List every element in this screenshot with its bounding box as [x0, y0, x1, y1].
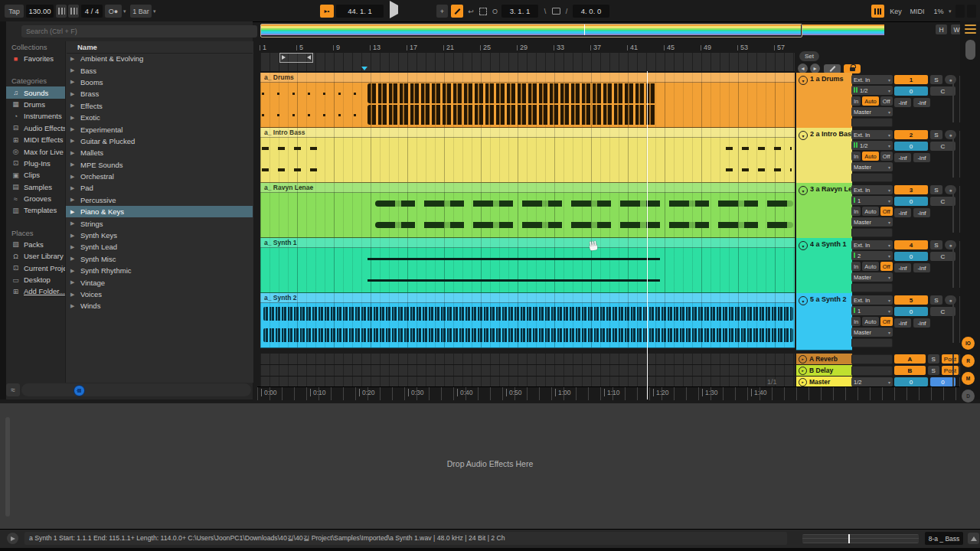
monitor-off-button[interactable]: Off	[880, 96, 893, 106]
loop-length-display[interactable]: 4. 0. 0	[573, 5, 609, 18]
expand-triangle-icon[interactable]: ▶	[70, 103, 77, 109]
folder-row[interactable]: ▶Bass	[66, 64, 253, 76]
clip-title[interactable]: a_ Drums	[260, 73, 795, 83]
monitor-auto-button[interactable]: Auto	[862, 317, 878, 326]
expand-triangle-icon[interactable]: ▶	[70, 185, 77, 191]
computer-midi-keyboard-icon[interactable]	[871, 5, 884, 18]
expand-triangle-icon[interactable]: ▶	[70, 292, 77, 298]
volume-field[interactable]: 0	[894, 142, 928, 151]
add-track-button[interactable]: +	[436, 5, 448, 18]
expand-triangle-icon[interactable]: ▶	[70, 56, 77, 62]
solo-button[interactable]: S	[930, 185, 942, 194]
folder-row[interactable]: ▶Orchestral	[66, 171, 253, 182]
fold-track-icon[interactable]: ▾	[799, 296, 808, 305]
expand-triangle-icon[interactable]: ▶	[70, 244, 77, 250]
overdub-button[interactable]: O	[490, 5, 500, 18]
expand-triangle-icon[interactable]: ▶	[70, 279, 77, 285]
send-b-field[interactable]: -inf	[913, 208, 930, 217]
expand-triangle-icon[interactable]: ▶	[70, 79, 77, 85]
monitor-off-button[interactable]: Off	[880, 207, 893, 216]
send-b-field[interactable]: -inf	[913, 318, 930, 328]
expand-triangle-icon[interactable]: ▶	[70, 303, 77, 309]
input-channel-chooser[interactable]: 1▾	[851, 306, 893, 315]
expand-triangle-icon[interactable]: ▶	[70, 256, 77, 262]
track-header[interactable]: ▾3 a Ravyn Le	[796, 183, 852, 240]
clip-lane[interactable]: a_ Drums	[260, 73, 795, 128]
solo-button[interactable]: S	[930, 295, 942, 305]
sidebar-item-desktop[interactable]: ▭Desktop	[6, 274, 65, 285]
track-header[interactable]: ▾2 a Intro Bas	[796, 128, 852, 185]
track-name[interactable]: 4 a Synth 1	[810, 240, 847, 248]
arrangement-position-display[interactable]: 44. 1. 1	[336, 5, 384, 18]
track-delay-box[interactable]	[851, 228, 893, 237]
quantize-dropdown-icon[interactable]: ▾	[153, 5, 156, 18]
output-chooser[interactable]: Master▾	[851, 328, 893, 337]
cpu-load-meter[interactable]: 1%	[929, 5, 948, 18]
midi-map-button[interactable]: MIDI	[906, 5, 928, 18]
send-a-field[interactable]: -inf	[894, 153, 911, 162]
input-channel-chooser[interactable]: 2▾	[851, 251, 893, 260]
track-activator[interactable]: 4	[894, 240, 928, 249]
mixer-section-toggle-d[interactable]: D	[962, 390, 975, 403]
arrangement-overview[interactable]	[802, 24, 884, 35]
input-type-chooser[interactable]: Ext. In▾	[851, 240, 893, 249]
monitor-off-button[interactable]: Off	[880, 262, 893, 271]
track-delay-box[interactable]	[851, 338, 893, 347]
monitor-auto-button[interactable]: Auto	[862, 96, 878, 106]
expand-triangle-icon[interactable]: ▶	[70, 161, 77, 168]
master-header[interactable]: ▸Master	[796, 377, 852, 387]
return-lane[interactable]	[260, 354, 795, 365]
folder-row[interactable]: ▶Vintage	[66, 276, 253, 288]
groove-dropdown-icon[interactable]: ▾	[123, 5, 126, 18]
fold-track-icon[interactable]: ▸	[799, 355, 807, 364]
crossfader-handle[interactable]	[848, 534, 850, 543]
output-chooser[interactable]: Master▾	[851, 217, 893, 227]
play-button[interactable]	[390, 5, 398, 14]
expand-triangle-icon[interactable]: ▶	[70, 126, 77, 132]
expand-triangle-icon[interactable]: ▶	[70, 268, 77, 274]
expand-triangle-icon[interactable]: ▶	[70, 115, 77, 121]
monitor-in-button[interactable]: In	[851, 207, 861, 216]
overview-view-frame[interactable]	[260, 24, 802, 37]
output-chooser[interactable]: Master▾	[851, 162, 893, 171]
cue-out-chooser[interactable]: 1/2▾	[851, 377, 893, 386]
punch-out-icon[interactable]: /	[562, 5, 571, 18]
return-activator[interactable]: B	[894, 366, 926, 375]
folder-row[interactable]: ▶Voices	[66, 289, 253, 300]
track-activator[interactable]: 2	[894, 130, 928, 139]
input-channel-chooser[interactable]: 1▾	[851, 196, 893, 205]
solo-button[interactable]: S	[930, 75, 942, 84]
monitor-auto-button[interactable]: Auto	[862, 207, 878, 216]
send-b-field[interactable]: -inf	[913, 98, 930, 107]
browser-preview-bar[interactable]	[21, 383, 251, 396]
sidebar-item-sounds[interactable]: ♫Sounds	[6, 86, 65, 98]
input-channel-chooser[interactable]: 1/2▾	[851, 141, 893, 150]
track-activator[interactable]: 1	[894, 75, 928, 84]
key-map-button[interactable]: Key	[887, 5, 905, 18]
expand-triangle-icon[interactable]: ▶	[70, 233, 77, 239]
input-type-chooser[interactable]: Ext. In▾	[851, 130, 893, 139]
vertical-scrollbar[interactable]	[965, 40, 975, 60]
folder-row[interactable]: ▶Percussive	[66, 194, 253, 206]
send-a-field[interactable]: -inf	[894, 208, 911, 217]
volume-field[interactable]: 0	[894, 307, 928, 316]
mixer-section-toggle-r[interactable]: R	[962, 354, 975, 367]
send-b-field[interactable]: -inf	[913, 153, 930, 162]
return-activator[interactable]: A	[894, 354, 926, 364]
fold-track-icon[interactable]: ▾	[799, 76, 808, 85]
sidebar-item-instruments[interactable]: ◔Instruments	[6, 110, 65, 122]
expand-triangle-icon[interactable]: ▶	[70, 138, 77, 144]
phase-nudge-icon[interactable]	[68, 5, 79, 18]
follow-button[interactable]: ▸•	[320, 5, 334, 18]
io-selector[interactable]: 8-a _ Bass	[925, 532, 963, 545]
cpu-dropdown-icon[interactable]: ▾	[949, 5, 952, 18]
groove-amount[interactable]: O●	[105, 5, 122, 18]
folder-row[interactable]: ▶Pad	[66, 182, 253, 194]
expand-triangle-icon[interactable]: ▶	[70, 220, 77, 227]
mixer-section-toggle-m[interactable]: M	[962, 372, 975, 385]
folder-row[interactable]: ▶Winds	[66, 300, 253, 311]
sidebar-item-packs[interactable]: ▧Packs	[6, 239, 65, 250]
show-hide-panel-icon[interactable]	[968, 533, 979, 544]
arranger-options-icon[interactable]	[965, 24, 976, 34]
solo-button[interactable]: S	[928, 354, 939, 364]
